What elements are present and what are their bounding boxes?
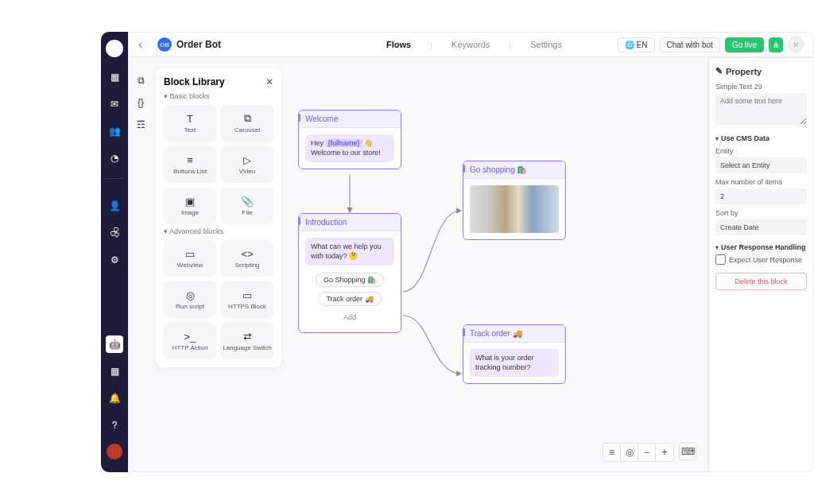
rail-item-contacts[interactable]: 👥 <box>106 122 123 140</box>
expect-response-input[interactable] <box>715 254 726 265</box>
product-image-placeholder <box>470 185 559 233</box>
option-go-shopping[interactable]: Go Shopping 🛍️ <box>316 273 384 287</box>
carousel-icon: ⧉ <box>244 112 251 125</box>
lib-file-block[interactable]: 📎File <box>221 188 273 224</box>
zoom-in-button[interactable]: + <box>656 444 673 461</box>
file-icon: 📎 <box>241 196 254 207</box>
property-panel: ✎ Property Simple Text 29 Use CMS Data E… <box>708 57 814 472</box>
canvas-center-icon[interactable]: ◎ <box>621 444 638 461</box>
node-welcome[interactable]: Welcome Hey {fullname} 👋 Welcome to our … <box>298 110 401 169</box>
canvas-menu-icon[interactable]: ≡ <box>603 444 621 461</box>
rail-item-dashboard[interactable]: ▦ <box>106 68 123 86</box>
lib-video-block[interactable]: ▷Video <box>221 146 273 183</box>
node-go-shopping[interactable]: Go shopping 🛍️ <box>463 161 566 240</box>
rail-item-inbox[interactable]: ✉ <box>106 95 123 113</box>
tab-flows[interactable]: Flows <box>380 40 417 49</box>
property-title: ✎ Property <box>715 66 807 76</box>
flow-canvas-wrap: ⧉ {} ☶ Block Library ✕ ▾ Basic blocks TT… <box>128 57 708 472</box>
user-avatar[interactable] <box>107 444 122 459</box>
rail-item-broadcast[interactable]: 🗫 <box>106 224 123 242</box>
block-library-title: Block Library <box>164 76 225 87</box>
code-icon: <> <box>241 248 253 260</box>
canvas-controls: ≡ ◎ − + ⌨ <box>603 443 696 462</box>
topbar: ‹ OB Order Bot Flows | Keywords | Settin… <box>128 32 814 57</box>
flow-canvas[interactable]: ⧉ {} ☶ Block Library ✕ ▾ Basic blocks TT… <box>129 57 707 471</box>
rail-item-help[interactable]: ? <box>106 417 123 434</box>
lib-webview-block[interactable]: ▭Webview <box>164 240 216 277</box>
lib-carousel-block[interactable]: ⧉Carousel <box>221 105 273 142</box>
terminal-icon: >_ <box>184 331 196 343</box>
rail-item-agent[interactable]: 👤 <box>106 197 123 215</box>
lib-langswitch-block[interactable]: ⇄Language Switch <box>221 323 273 359</box>
lib-runscript-block[interactable]: ◎Run script <box>164 281 216 318</box>
tab-settings[interactable]: Settings <box>524 40 568 49</box>
cms-section-toggle[interactable]: Use CMS Data <box>715 134 807 142</box>
keyboard-shortcuts-icon[interactable]: ⌨ <box>679 443 696 460</box>
lib-httpaction-block[interactable]: >_HTTP Action <box>164 323 216 359</box>
lib-buttons-block[interactable]: ≡Buttons List <box>164 146 216 183</box>
rail-item-settings[interactable]: ⚙ <box>106 251 123 269</box>
braces-icon[interactable]: {} <box>134 95 148 110</box>
delete-block-button[interactable]: Delete this block <box>715 273 807 290</box>
text-icon: T <box>187 113 193 125</box>
lib-https-block[interactable]: ▭HTTPS Block <box>221 281 273 318</box>
close-icon[interactable]: ✕ <box>788 37 804 52</box>
block-text-input[interactable] <box>715 93 807 125</box>
node-title: Welcome <box>299 110 401 128</box>
lib-text-block[interactable]: TText <box>164 105 216 142</box>
track-prompt: What is your order tracking number? <box>470 349 559 377</box>
rail-bot-icon[interactable]: 🤖 <box>106 335 123 353</box>
block-name-label: Simple Text 29 <box>715 83 807 91</box>
video-icon: ▷ <box>243 154 251 166</box>
bot-badge: OB <box>157 37 172 52</box>
page-title: Order Bot <box>176 39 221 50</box>
flow-tree-icon[interactable]: ☶ <box>134 118 148 132</box>
add-option-button[interactable]: Add <box>336 311 363 324</box>
node-title: Go shopping 🛍️ <box>463 161 565 179</box>
https-icon: ▭ <box>242 289 252 301</box>
back-button[interactable]: ‹ <box>138 37 153 52</box>
lang-switch[interactable]: 🌐 EN <box>618 37 655 52</box>
image-icon: ▣ <box>185 196 195 207</box>
max-items-input[interactable] <box>715 188 807 204</box>
canvas-toolbox: ⧉ {} ☶ <box>134 73 151 132</box>
lib-scripting-block[interactable]: <>Scripting <box>221 240 273 277</box>
rail-item-notifications[interactable]: 🔔 <box>106 390 123 407</box>
lib-section-advanced: ▾ Advanced blocks <box>164 227 273 235</box>
entity-select[interactable] <box>715 157 807 173</box>
webview-icon: ▭ <box>185 248 195 260</box>
top-tabs: Flows | Keywords | Settings <box>380 40 568 49</box>
list-icon: ≡ <box>187 154 193 166</box>
chat-with-bot-button[interactable]: Chat with bot <box>660 37 720 52</box>
app-rail: ▦ ✉ 👥 ◔ 👤 🗫 ⚙ 🤖 ▦ 🔔 ? <box>101 32 128 472</box>
intro-prompt: What can we help you with today? 🤔 <box>305 238 394 266</box>
zoom-out-button[interactable]: − <box>638 444 656 461</box>
close-library-icon[interactable]: ✕ <box>266 76 273 87</box>
app-logo[interactable] <box>106 40 123 57</box>
max-items-label: Max number of items <box>715 178 807 186</box>
pencil-icon: ✎ <box>715 66 723 76</box>
option-track-order[interactable]: Track order 🚚 <box>318 292 381 306</box>
welcome-message: Hey {fullname} 👋 Welcome to our store! <box>305 134 394 162</box>
variable-fullname: {fullname} <box>326 139 362 147</box>
share-button[interactable]: ⋔ <box>769 37 783 52</box>
tab-keywords[interactable]: Keywords <box>445 40 496 49</box>
lib-section-basic: ▾ Basic blocks <box>164 92 273 100</box>
response-section-toggle[interactable]: User Response Handling <box>715 243 807 251</box>
block-library-panel: Block Library ✕ ▾ Basic blocks TText ⧉Ca… <box>156 68 281 367</box>
add-block-icon[interactable]: ⧉ <box>134 73 148 87</box>
go-live-button[interactable]: Go live <box>725 37 764 52</box>
node-title: Track order 🚚 <box>463 325 565 343</box>
lib-image-block[interactable]: ▣Image <box>164 188 216 224</box>
expect-response-checkbox[interactable]: Expect User Response <box>715 254 807 265</box>
node-introduction[interactable]: Introduction What can we help you with t… <box>298 213 401 333</box>
node-title: Introduction <box>299 214 401 231</box>
node-track-order[interactable]: Track order 🚚 What is your order trackin… <box>463 324 566 384</box>
sort-label: Sort by <box>715 209 807 217</box>
swap-icon: ⇄ <box>243 331 252 343</box>
rail-item-analytics[interactable]: ◔ <box>106 149 123 167</box>
target-icon: ◎ <box>186 289 195 301</box>
entity-label: Entity <box>715 147 807 155</box>
sort-select[interactable] <box>715 219 807 235</box>
rail-item-apps[interactable]: ▦ <box>106 362 123 380</box>
